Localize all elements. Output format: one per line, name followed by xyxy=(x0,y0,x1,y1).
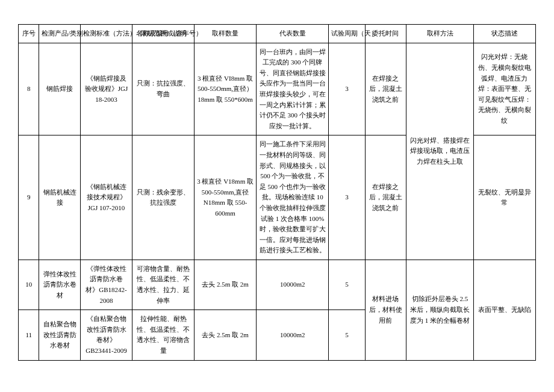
cell-limit: 只测：抗拉强度、弯曲 xyxy=(132,43,194,135)
cell-seq: 9 xyxy=(19,135,39,260)
cell-trust: 在焊接之后，混凝土浇筑之前 xyxy=(365,135,406,260)
cell-sample-qty: 去头 2.5m 取 2m xyxy=(195,310,257,360)
header-period: 试验周期（天） xyxy=(329,25,365,43)
cell-period: 5 xyxy=(329,260,365,310)
cell-seq: 8 xyxy=(19,43,39,135)
cell-period: 3 xyxy=(329,43,365,135)
cell-sample-qty: 去头 2.5m 取 2m xyxy=(195,260,257,310)
cell-limit: 拉伸性能、耐热性、低温柔性、不透水性、可溶物含量 xyxy=(132,310,194,360)
cell-trust: 在焊接之后，混凝土浇筑之前 xyxy=(365,43,406,135)
cell-represent: 同一台班内，由同一焊工完成的 300 个同牌号、同直径钢筋焊接接头应作为一批当同… xyxy=(257,43,329,135)
cell-represent: 10000m2 xyxy=(257,260,329,310)
header-standard: 检测标准（方法）名称及编号（含年号） xyxy=(81,25,132,43)
cell-trust: 材料进场后，材料使用前 xyxy=(365,260,406,360)
header-method: 取样方法 xyxy=(406,25,474,43)
cell-product: 钢筋焊接 xyxy=(39,43,81,135)
header-product: 检测产品/类别 xyxy=(39,25,81,43)
header-status: 状态描述 xyxy=(473,25,535,43)
cell-seq: 11 xyxy=(19,310,39,360)
cell-status: 表面平整、无缺陷 xyxy=(473,260,535,360)
cell-period: 5 xyxy=(329,310,365,360)
header-represent: 代表数量 xyxy=(257,25,329,43)
cell-product: 钢筋机械连接 xyxy=(39,135,81,260)
cell-method: 切除距外层卷头 2.5 米后，顺纵向截取长度为 1 米的全幅卷材 xyxy=(406,260,474,360)
cell-standard: 《自粘聚合物改性沥青防水卷材》GB23441-2009 xyxy=(81,310,132,360)
cell-represent: 同一施工条件下采用同一批材料的同等级、同形式、同规格接头，以 500 个为一验收… xyxy=(257,135,329,260)
header-seq: 序号 xyxy=(19,25,39,43)
header-limit: 限制范围或说明 xyxy=(132,25,194,43)
cell-status: 闪光对焊：无烧伤、无横向裂纹电弧焊、电渣压力焊：表面平整、无可见裂纹气压焊：无烧… xyxy=(473,43,535,135)
cell-method: 闪光对焊、搭接焊在焊接现场取，电渣压力焊在柱头上取 xyxy=(406,43,474,260)
cell-product: 弹性体改性沥青防水卷材 xyxy=(39,260,81,310)
cell-standard: 《钢筋机械连接技术规程》JGJ 107-2010 xyxy=(81,135,132,260)
cell-period: 3 xyxy=(329,135,365,260)
cell-standard: 《弹性体改性沥青防水卷材》GB18242-2008 xyxy=(81,260,132,310)
table-header-row: 序号 检测产品/类别 检测标准（方法）名称及编号（含年号） 限制范围或说明 取样… xyxy=(19,25,536,43)
cell-sample-qty: 3 根直径 V18mm 取 500-550mm,直径 N18mm 取 550-6… xyxy=(195,135,257,260)
table-row: 8 钢筋焊接 《钢筋焊接及验收规程》JGJ 18-2003 只测：抗拉强度、弯曲… xyxy=(19,43,536,135)
inspection-table: 序号 检测产品/类别 检测标准（方法）名称及编号（含年号） 限制范围或说明 取样… xyxy=(18,24,536,361)
cell-limit: 只测：残余变形、抗拉强度 xyxy=(132,135,194,260)
cell-sample-qty: 3 根直径 VI8mm 取 500-55Omm,直径）18mm 取 550*60… xyxy=(195,43,257,135)
table-row: 10 弹性体改性沥青防水卷材 《弹性体改性沥青防水卷材》GB18242-2008… xyxy=(19,260,536,310)
header-sample-qty: 取样数量 xyxy=(195,25,257,43)
cell-product: 自粘聚合物改性沥青防水卷材 xyxy=(39,310,81,360)
cell-represent: 10000m2 xyxy=(257,310,329,360)
cell-seq: 10 xyxy=(19,260,39,310)
cell-limit: 可溶物含量、耐热性、低温柔性、不透水性、拉力、延伸率 xyxy=(132,260,194,310)
cell-status: 无裂纹、无明显异常 xyxy=(473,135,535,260)
cell-standard: 《钢筋焊接及验收规程》JGJ 18-2003 xyxy=(81,43,132,135)
